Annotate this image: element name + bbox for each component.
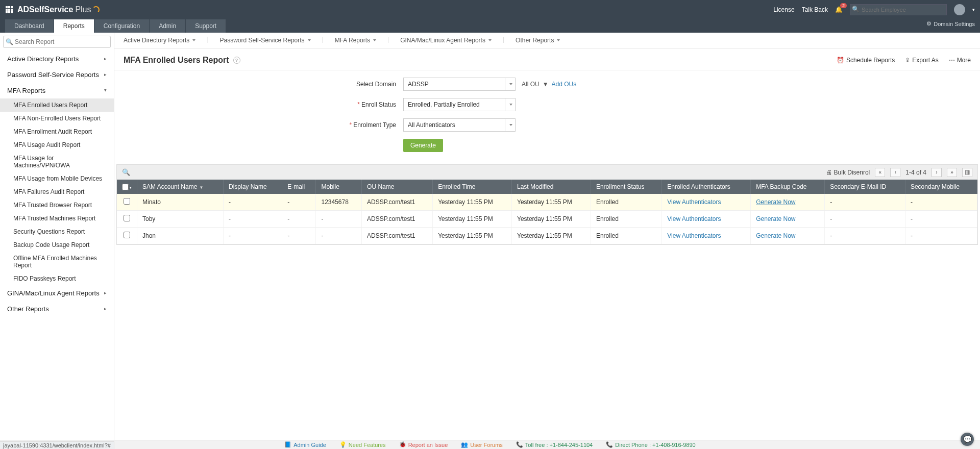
tab-dashboard[interactable]: Dashboard (5, 19, 54, 33)
sidebar-item[interactable]: MFA Usage for Machines/VPN/OWA (0, 152, 114, 172)
table-scroll[interactable]: ▾SAM Account Name▼Display NameE-mailMobi… (116, 180, 978, 245)
talkback-link[interactable]: Talk Back (802, 6, 828, 13)
pager-prev[interactable]: ‹ (890, 168, 900, 177)
more-button[interactable]: ⋯ More (949, 57, 971, 64)
sidebar-category[interactable]: Password Self-Service Reports▸ (0, 67, 114, 83)
sidebar-item[interactable]: MFA Enrolled Users Report (0, 98, 114, 112)
notifications-icon[interactable]: 🔔2 (835, 6, 843, 13)
secnav-item[interactable]: GINA/Mac/Linux Agent Reports (400, 36, 492, 45)
view-authenticators-link[interactable]: View Authenticators (667, 198, 721, 206)
bulk-disenrol-button[interactable]: 🖨 Bulk Disenrol (826, 169, 870, 176)
row-checkbox-cell[interactable] (117, 211, 137, 228)
column-header[interactable]: Secondary E-Mail ID (825, 180, 905, 194)
sidebar-item[interactable]: MFA Enrollment Audit Report (0, 125, 114, 138)
search-report-input[interactable] (3, 36, 111, 48)
column-header[interactable]: Secondary Mobile (905, 180, 977, 194)
column-header[interactable]: Mobile (316, 180, 362, 194)
table-search-icon[interactable]: 🔍 (122, 168, 130, 176)
cell: ADSSP.com/test1 (362, 211, 433, 228)
pager-last[interactable]: » (947, 168, 957, 177)
view-authenticators-link[interactable]: View Authenticators (667, 215, 721, 222)
sidebar-category[interactable]: Other Reports▸ (0, 301, 114, 317)
sidebar-category[interactable]: Active Directory Reports▸ (0, 51, 114, 67)
sidebar-item[interactable]: MFA Trusted Machines Report (0, 212, 114, 225)
main-content: Active Directory Reports |Password Self-… (114, 33, 980, 441)
search-icon: 🔍 (6, 38, 13, 45)
column-header[interactable]: Enrolled Authenticators (662, 180, 751, 194)
separator: | (207, 36, 208, 45)
cell: - (282, 211, 316, 228)
pager-text: 1-4 of 4 (905, 169, 926, 176)
column-header[interactable]: MFA Backup Code (751, 180, 825, 194)
cell: View Authenticators (662, 228, 751, 244)
row-checkbox-cell[interactable] (117, 194, 137, 211)
column-header[interactable]: Display Name (223, 180, 282, 194)
brand-suffix: Plus (75, 5, 91, 14)
apps-grid-icon[interactable] (5, 6, 13, 14)
sidebar-category[interactable]: GINA/Mac/Linux Agent Reports▸ (0, 285, 114, 301)
help-icon[interactable]: ? (233, 57, 240, 64)
filter-form: Select Domain ADSSP All OU ▼ Add OUs *En… (114, 70, 980, 164)
sidebar-item[interactable]: MFA Usage Audit Report (0, 138, 114, 152)
row-checkbox-cell[interactable] (117, 228, 137, 244)
select-domain-value: ADSSP (408, 81, 429, 88)
column-settings-icon[interactable]: ▥ (962, 168, 972, 177)
select-domain-dropdown[interactable]: ADSSP (403, 78, 516, 91)
separator: | (503, 36, 504, 45)
sidebar-category[interactable]: MFA Reports▸ (0, 83, 114, 98)
table-toolbar: 🔍 🖨 Bulk Disenrol « ‹ 1-4 of 4 › » ▥ (116, 164, 978, 180)
filter-icon[interactable]: ▼ (543, 81, 549, 88)
search-employee-input[interactable] (850, 4, 947, 15)
tab-admin[interactable]: Admin (150, 19, 186, 33)
pager-first[interactable]: « (875, 168, 885, 177)
export-as-button[interactable]: ⇪ Export As (905, 57, 938, 64)
column-header[interactable]: Last Modified (512, 180, 591, 194)
secnav-item[interactable]: Password Self-Service Reports (220, 36, 311, 45)
add-ous-link[interactable]: Add OUs (552, 81, 577, 88)
sidebar-item[interactable]: MFA Trusted Browser Report (0, 198, 114, 212)
cell: Minato (137, 194, 224, 211)
generate-now-link[interactable]: Generate Now (756, 232, 795, 239)
cell: Enrolled (591, 228, 662, 244)
generate-button[interactable]: Generate (403, 139, 443, 152)
sidebar-item[interactable]: Offline MFA Enrolled Machines Report (0, 252, 114, 272)
cell: Generate Now (751, 228, 825, 244)
sidebar-item[interactable]: Security Questions Report (0, 225, 114, 238)
generate-now-link[interactable]: Generate Now (756, 215, 795, 222)
tab-configuration[interactable]: Configuration (94, 19, 150, 33)
column-header[interactable]: Enrolled Time (433, 180, 512, 194)
cell: Yesterday 11:55 PM (512, 194, 591, 211)
column-header[interactable]: OU Name (362, 180, 433, 194)
enrolment-type-dropdown[interactable]: All Authenticators (403, 118, 516, 132)
tab-reports[interactable]: Reports (54, 19, 94, 33)
column-header[interactable]: SAM Account Name▼ (137, 180, 224, 194)
sidebar-item[interactable]: FIDO Passkeys Report (0, 272, 114, 285)
cell: Yesterday 11:55 PM (512, 228, 591, 244)
pager-next[interactable]: › (932, 168, 942, 177)
cell: ADSSP.com/test1 (362, 228, 433, 244)
sidebar-item[interactable]: MFA Usage from Mobile Devices (0, 172, 114, 185)
sidebar-item[interactable]: MFA Failures Audit Report (0, 185, 114, 198)
cell: Yesterday 11:55 PM (433, 228, 512, 244)
domain-settings-button[interactable]: ⚙ Domain Settings (926, 20, 975, 27)
select-all-header[interactable]: ▾ (117, 180, 137, 194)
secnav-item[interactable]: MFA Reports (335, 36, 376, 45)
user-menu-caret[interactable]: ▾ (972, 7, 975, 12)
column-header[interactable]: Enrollment Status (591, 180, 662, 194)
cell: - (905, 194, 977, 211)
user-avatar[interactable] (954, 4, 965, 15)
enroll-status-dropdown[interactable]: Enrolled, Partially Enrolled (403, 98, 516, 111)
secnav-item[interactable]: Active Directory Reports (124, 36, 195, 45)
license-link[interactable]: License (773, 6, 794, 13)
generate-now-link[interactable]: Generate Now (756, 198, 795, 206)
sidebar-item[interactable]: Backup Code Usage Report (0, 238, 114, 252)
sidebar-item[interactable]: MFA Non-Enrolled Users Report (0, 112, 114, 125)
column-header[interactable]: E-mail (282, 180, 316, 194)
schedule-reports-button[interactable]: ⏰ Schedule Reports (837, 57, 895, 64)
cell: - (223, 211, 282, 228)
cell: Yesterday 11:55 PM (433, 194, 512, 211)
page-header: MFA Enrolled Users Report ? ⏰ Schedule R… (114, 48, 980, 70)
tab-support[interactable]: Support (186, 19, 226, 33)
view-authenticators-link[interactable]: View Authenticators (667, 232, 721, 239)
secnav-item[interactable]: Other Reports (516, 36, 560, 45)
